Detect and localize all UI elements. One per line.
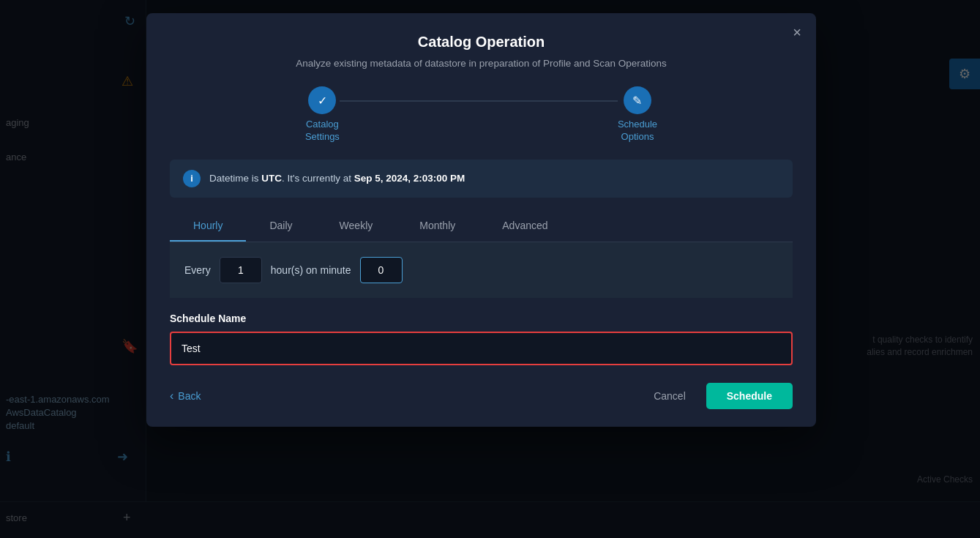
schedule-body: Every hour(s) on minute: [170, 242, 793, 298]
footer-right: Cancel Schedule: [645, 383, 793, 409]
modal-title: Catalog Operation: [170, 34, 793, 51]
steps-container: ✓ Catalog Settings ✎ Schedule Options: [170, 86, 793, 143]
schedule-tabs: Hourly Daily Weekly Monthly Advanced: [170, 211, 793, 242]
timezone-bold: UTC: [261, 173, 282, 184]
schedule-name-input[interactable]: [170, 332, 793, 365]
cancel-button[interactable]: Cancel: [645, 384, 695, 408]
tab-weekly[interactable]: Weekly: [316, 211, 397, 242]
info-bar: i Datetime is UTC. It's currently at Sep…: [170, 160, 793, 198]
datetime-bold: Sep 5, 2024, 2:03:00 PM: [354, 173, 465, 184]
hours-suffix: hour(s) on minute: [271, 264, 351, 276]
chevron-left-icon: ‹: [170, 389, 173, 403]
step-catalog-settings: ✓ Catalog Settings: [305, 86, 340, 143]
back-label: Back: [178, 390, 201, 402]
step-1-circle: ✓: [308, 86, 336, 114]
close-button[interactable]: ×: [793, 25, 801, 40]
step-1-check-icon: ✓: [318, 94, 327, 108]
step-schedule-options: ✎ Schedule Options: [618, 86, 657, 143]
step-2-edit-icon: ✎: [632, 94, 642, 108]
step-2-label: Schedule Options: [618, 119, 657, 143]
schedule-name-section: Schedule Name: [170, 313, 793, 365]
schedule-name-label: Schedule Name: [170, 313, 793, 324]
modal-subtitle: Analyze existing metadata of datastore i…: [170, 58, 793, 69]
tab-monthly[interactable]: Monthly: [396, 211, 479, 242]
every-label: Every: [184, 264, 211, 276]
info-icon: i: [183, 170, 201, 187]
catalog-operation-modal: × Catalog Operation Analyze existing met…: [146, 13, 816, 427]
tab-hourly[interactable]: Hourly: [170, 211, 246, 242]
modal-footer: ‹ Back Cancel Schedule: [170, 383, 793, 409]
step-1-label: Catalog Settings: [305, 119, 340, 143]
schedule-button[interactable]: Schedule: [706, 383, 793, 409]
every-row: Every hour(s) on minute: [184, 257, 778, 283]
hours-input[interactable]: [220, 257, 262, 283]
back-button[interactable]: ‹ Back: [170, 389, 201, 403]
info-text: Datetime is UTC. It's currently at Sep 5…: [209, 173, 465, 184]
tab-daily[interactable]: Daily: [246, 211, 315, 242]
tab-advanced[interactable]: Advanced: [479, 211, 571, 242]
step-connector: [340, 100, 618, 102]
minute-input[interactable]: [360, 257, 403, 283]
step-2-circle: ✎: [624, 86, 651, 114]
